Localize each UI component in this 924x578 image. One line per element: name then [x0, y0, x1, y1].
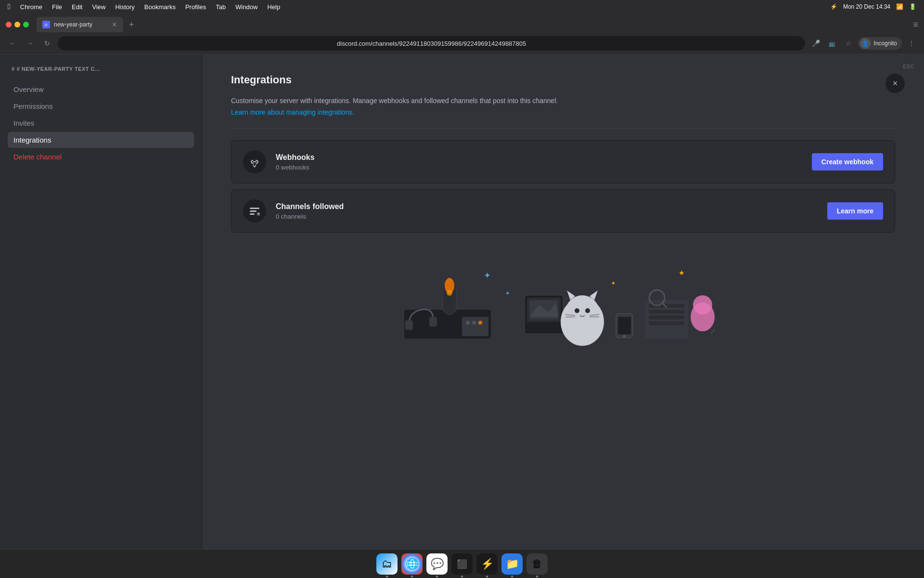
main-content: × ESC Integrations Customise your server…: [202, 54, 924, 550]
wifi-icon: 📶: [896, 3, 903, 10]
svg-point-41: [693, 295, 712, 315]
bookmark-icon[interactable]: ☆: [842, 37, 855, 50]
create-webhook-button[interactable]: Create webhook: [812, 153, 883, 171]
svg-text:✦: ✦: [505, 290, 510, 297]
tab-bar: D new-year-party ✕ + ≡: [0, 13, 924, 33]
menu-file[interactable]: File: [52, 3, 62, 11]
macos-menu-left:  Chrome File Edit View History Bookmark…: [8, 2, 280, 11]
illustration-area: ✦ ★: [231, 242, 895, 348]
svg-rect-12: [429, 317, 437, 327]
back-button[interactable]: ←: [6, 37, 19, 50]
address-bar: ← → ↻ 🎤 📺 ☆ 👤 Incognito ⋮: [0, 33, 924, 54]
svg-text:★: ★: [611, 280, 616, 286]
more-options-button[interactable]: ⋮: [905, 37, 918, 50]
menu-edit[interactable]: Edit: [72, 3, 82, 11]
channels-followed-icon: [243, 199, 266, 223]
webhooks-info: Webhooks 0 webhooks: [276, 153, 802, 171]
apple-menu[interactable]: : [8, 2, 11, 11]
reload-button[interactable]: ↻: [40, 37, 54, 50]
close-button[interactable]: ×: [886, 74, 905, 93]
traffic-lights: [6, 22, 29, 27]
channels-followed-title: Channels followed: [276, 202, 818, 211]
close-icon: ×: [893, 79, 898, 89]
forward-button[interactable]: →: [23, 37, 37, 50]
battery-icon: 🔋: [909, 3, 916, 10]
minimize-window-button[interactable]: [14, 22, 20, 27]
webhooks-count: 0 webhooks: [276, 164, 802, 171]
picture-in-picture-icon[interactable]: 📺: [825, 37, 839, 50]
svg-point-23: [565, 295, 599, 329]
sidebar-item-overview[interactable]: Overview: [8, 81, 194, 97]
sidebar-item-delete-channel[interactable]: Delete channel: [8, 149, 194, 165]
menu-view[interactable]: View: [92, 3, 105, 11]
dock-chrome[interactable]: 🌐: [401, 553, 423, 575]
fullscreen-window-button[interactable]: [23, 22, 29, 27]
dock-slack[interactable]: 💬: [426, 553, 448, 575]
topnotch-icon: ⚡: [830, 3, 837, 10]
svg-rect-11: [405, 320, 413, 330]
channels-followed-info: Channels followed 0 channels: [276, 202, 818, 220]
sidebar-item-integrations[interactable]: Integrations: [8, 132, 194, 148]
esc-label: ESC: [903, 64, 914, 69]
svg-rect-38: [618, 317, 631, 334]
tab-close-button[interactable]: ✕: [112, 21, 117, 28]
close-window-button[interactable]: [6, 22, 12, 27]
macos-menubar:  Chrome File Edit View History Bookmark…: [0, 0, 924, 13]
macos-dock: 🗂 🌐 💬 ⬛ ⚡ 📁 🗑: [0, 549, 924, 578]
new-tab-button[interactable]: +: [125, 18, 138, 32]
learn-more-link[interactable]: Learn more about managing integrations.: [231, 108, 354, 116]
webhooks-title: Webhooks: [276, 153, 802, 162]
svg-rect-13: [462, 317, 488, 336]
svg-point-10: [447, 290, 452, 296]
microphone-icon[interactable]: 🎤: [809, 37, 822, 50]
sidebar-item-permissions[interactable]: Permissions: [8, 98, 194, 114]
channel-name: # NEW-YEAR-PARTY TEXT C...: [17, 66, 100, 72]
decorative-illustration: ✦ ★: [395, 242, 732, 348]
dock-terminal[interactable]: ⬛: [451, 553, 473, 575]
dock-trash[interactable]: 🗑: [526, 553, 548, 575]
dock-finder[interactable]: 🗂: [376, 553, 398, 575]
browser-tab[interactable]: D new-year-party ✕: [37, 17, 123, 32]
svg-text:⤢: ⤢: [710, 327, 716, 335]
section-divider: [231, 128, 895, 129]
svg-rect-2: [253, 161, 257, 162]
menu-help[interactable]: Help: [267, 3, 280, 11]
menu-chrome[interactable]: Chrome: [20, 3, 42, 11]
incognito-label: Incognito: [873, 40, 897, 47]
learn-more-button[interactable]: Learn more: [827, 202, 883, 220]
menu-bookmarks[interactable]: Bookmarks: [144, 3, 176, 11]
hash-icon: #: [12, 66, 15, 72]
svg-rect-4: [250, 210, 257, 212]
svg-text:D: D: [45, 23, 48, 27]
svg-point-27: [585, 308, 590, 313]
tab-list-button[interactable]: ≡: [913, 20, 918, 30]
svg-point-14: [466, 321, 470, 325]
svg-point-15: [472, 321, 476, 325]
svg-text:✦: ✦: [484, 271, 491, 280]
macos-menu-right: ⚡ Mon 20 Dec 14:34 📶 🔋: [830, 3, 916, 10]
menu-history[interactable]: History: [115, 3, 134, 11]
url-field[interactable]: [58, 36, 805, 51]
channels-followed-card: Channels followed 0 channels Learn more: [231, 189, 895, 233]
menu-window[interactable]: Window: [235, 3, 257, 11]
menu-tab[interactable]: Tab: [216, 3, 226, 11]
svg-rect-5: [250, 213, 255, 215]
menu-profiles[interactable]: Profiles: [185, 3, 206, 11]
channels-followed-count: 0 channels: [276, 213, 818, 220]
svg-point-26: [575, 308, 579, 313]
dock-topnotch[interactable]: ⚡: [476, 553, 498, 575]
channel-settings-sidebar: # # NEW-YEAR-PARTY TEXT C... Overview Pe…: [0, 54, 202, 550]
sidebar-item-invites[interactable]: Invites: [8, 115, 194, 131]
dock-files[interactable]: 📁: [501, 553, 523, 575]
incognito-badge[interactable]: 👤 Incognito: [858, 37, 902, 50]
webhooks-card: Webhooks 0 webhooks Create webhook: [231, 140, 895, 184]
browser-chrome: D new-year-party ✕ + ≡ ← → ↻ 🎤 📺 ☆ 👤 Inc…: [0, 13, 924, 54]
svg-text:★: ★: [679, 269, 685, 276]
svg-rect-35: [649, 315, 684, 319]
svg-point-16: [478, 321, 482, 325]
browser-actions: 🎤 📺 ☆ 👤 Incognito ⋮: [809, 37, 918, 50]
incognito-avatar: 👤: [860, 38, 871, 49]
page-description: Customise your server with integrations.…: [231, 96, 895, 106]
svg-rect-3: [250, 208, 259, 209]
svg-point-39: [623, 335, 626, 338]
